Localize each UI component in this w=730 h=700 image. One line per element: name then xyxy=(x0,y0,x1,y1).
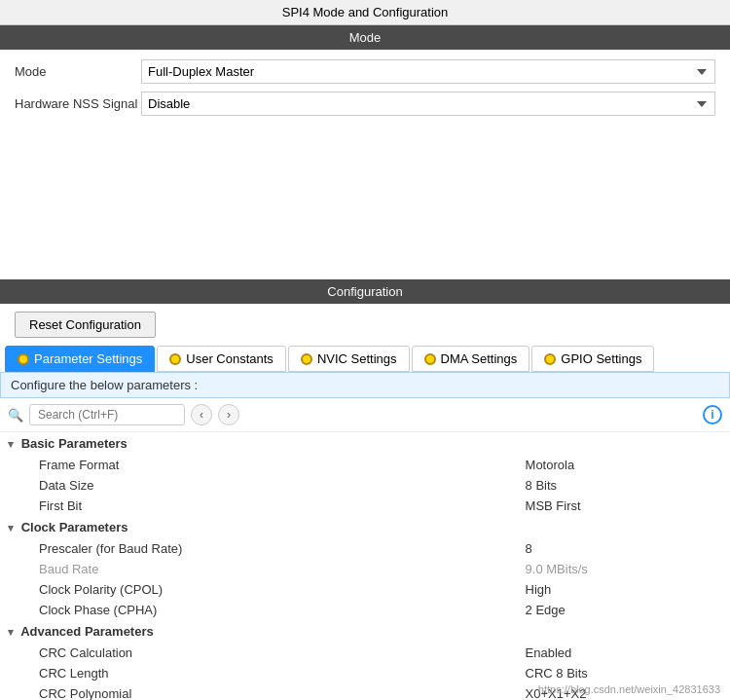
param-name-clock-polarity: Clock Polarity (CPOL) xyxy=(0,579,518,600)
param-value-prescaler[interactable]: 8 xyxy=(518,538,730,559)
param-value-baud-rate: 9.0 MBits/s xyxy=(518,559,730,579)
tab-label-nvic-settings: NVIC Settings xyxy=(317,351,397,366)
title-bar: SPI4 Mode and Configuration xyxy=(0,0,730,25)
param-prescaler: Prescaler (for Baud Rate) 8 xyxy=(0,538,730,559)
clock-parameters-label: Clock Parameters xyxy=(21,520,128,534)
tab-dot-dma-settings xyxy=(424,353,436,365)
tabs-row: Parameter Settings User Constants NVIC S… xyxy=(0,346,730,372)
tab-dot-nvic-settings xyxy=(301,353,312,365)
param-clock-phase: Clock Phase (CPHA) 2 Edge xyxy=(0,600,730,620)
param-value-clock-phase[interactable]: 2 Edge xyxy=(518,600,730,620)
param-value-first-bit[interactable]: MSB First xyxy=(518,496,730,516)
param-name-crc-calculation: CRC Calculation xyxy=(0,643,518,663)
tab-dma-settings[interactable]: DMA Settings xyxy=(412,346,530,372)
advanced-parameters-label: Advanced Parameters xyxy=(20,624,154,639)
prev-arrow[interactable]: ‹ xyxy=(191,404,212,425)
param-baud-rate: Baud Rate 9.0 MBits/s xyxy=(0,559,730,579)
hardware-nss-row: Hardware NSS Signal Disable xyxy=(15,92,715,116)
parameters-table: ▾ Basic Parameters Frame Format Motorola… xyxy=(0,432,730,700)
config-section-header: Configuration xyxy=(0,279,730,304)
mode-label: Mode xyxy=(15,64,141,79)
group-clock-parameters[interactable]: ▾ Clock Parameters xyxy=(0,516,730,538)
next-arrow[interactable]: › xyxy=(218,404,239,425)
basic-parameters-label: Basic Parameters xyxy=(21,436,128,451)
basic-toggle: ▾ xyxy=(8,438,14,450)
reset-configuration-button[interactable]: Reset Configuration xyxy=(15,312,156,338)
param-value-crc-calculation[interactable]: Enabled xyxy=(518,643,730,663)
info-icon[interactable]: i xyxy=(703,405,722,424)
search-input[interactable] xyxy=(29,404,185,425)
param-value-data-size[interactable]: 8 Bits xyxy=(518,475,730,496)
hardware-nss-select[interactable]: Disable xyxy=(141,92,715,116)
group-basic-parameters[interactable]: ▾ Basic Parameters xyxy=(0,432,730,455)
param-name-prescaler: Prescaler (for Baud Rate) xyxy=(0,538,518,559)
group-advanced-parameters[interactable]: ▾ Advanced Parameters xyxy=(0,620,730,643)
advanced-toggle: ▾ xyxy=(8,626,14,638)
mode-section-header: Mode xyxy=(0,25,730,50)
param-clock-polarity: Clock Polarity (CPOL) High xyxy=(0,579,730,600)
param-data-size: Data Size 8 Bits xyxy=(0,475,730,496)
param-name-first-bit: First Bit xyxy=(0,496,518,516)
tab-parameter-settings[interactable]: Parameter Settings xyxy=(5,346,155,372)
tab-label-dma-settings: DMA Settings xyxy=(441,351,518,366)
mode-section: Mode Full-Duplex Master Hardware NSS Sig… xyxy=(0,50,730,279)
tab-dot-user-constants xyxy=(169,353,181,365)
param-name-frame-format: Frame Format xyxy=(0,455,518,475)
search-row: 🔍 ‹ › i xyxy=(0,398,730,432)
footer-url: https://blog.csdn.net/weixin_42831633 xyxy=(538,683,720,695)
tab-user-constants[interactable]: User Constants xyxy=(157,346,286,372)
param-value-crc-length[interactable]: CRC 8 Bits xyxy=(518,663,730,683)
param-value-clock-polarity[interactable]: High xyxy=(518,579,730,600)
mode-select[interactable]: Full-Duplex Master xyxy=(141,59,715,84)
param-name-data-size: Data Size xyxy=(0,475,518,496)
tab-label-parameter-settings: Parameter Settings xyxy=(34,351,142,366)
mode-row: Mode Full-Duplex Master xyxy=(15,59,715,84)
configure-hint: Configure the below parameters : xyxy=(0,372,730,398)
search-icon: 🔍 xyxy=(8,408,23,423)
param-name-baud-rate: Baud Rate xyxy=(0,559,518,579)
hardware-nss-label: Hardware NSS Signal xyxy=(15,96,141,111)
param-crc-length: CRC Length CRC 8 Bits xyxy=(0,663,730,683)
clock-toggle: ▾ xyxy=(8,522,14,534)
title-text: SPI4 Mode and Configuration xyxy=(282,5,449,19)
param-name-crc-length: CRC Length xyxy=(0,663,518,683)
tab-label-gpio-settings: GPIO Settings xyxy=(561,351,641,366)
tab-label-user-constants: User Constants xyxy=(186,351,274,366)
param-name-crc-polynomial: CRC Polynomial xyxy=(0,683,518,700)
config-toolbar: Reset Configuration xyxy=(0,304,730,346)
tab-dot-gpio-settings xyxy=(544,353,556,365)
param-frame-format: Frame Format Motorola xyxy=(0,455,730,475)
param-first-bit: First Bit MSB First xyxy=(0,496,730,516)
tab-dot-parameter-settings xyxy=(18,353,29,365)
param-crc-calculation: CRC Calculation Enabled xyxy=(0,643,730,663)
tab-nvic-settings[interactable]: NVIC Settings xyxy=(288,346,410,372)
param-name-clock-phase: Clock Phase (CPHA) xyxy=(0,600,518,620)
param-value-frame-format[interactable]: Motorola xyxy=(518,455,730,475)
tab-gpio-settings[interactable]: GPIO Settings xyxy=(531,346,654,372)
